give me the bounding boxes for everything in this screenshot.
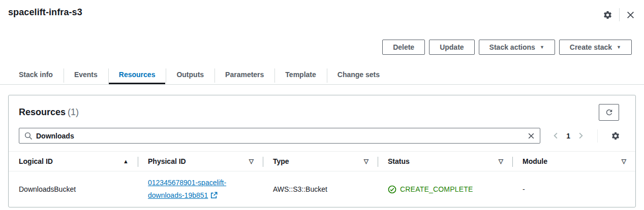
- panel-title: Resources: [19, 107, 66, 117]
- tab-template[interactable]: Template: [274, 66, 326, 84]
- filter-icon[interactable]: ▽: [249, 158, 254, 165]
- tab-resources[interactable]: Resources: [108, 66, 166, 84]
- refresh-button[interactable]: [599, 104, 619, 121]
- refresh-icon: [605, 108, 614, 117]
- tab-stack-info[interactable]: Stack info: [8, 66, 64, 84]
- resource-count: (1): [68, 107, 79, 117]
- caret-down-icon: ▼: [617, 45, 621, 50]
- update-button[interactable]: Update: [429, 40, 474, 55]
- tab-events[interactable]: Events: [64, 66, 108, 84]
- column-header-logical-id[interactable]: Logical ID ▲: [9, 152, 138, 171]
- window-header: spacelift-infra-s3: [0, 0, 644, 21]
- stack-actions-bar: Delete Update Stack actions▼ Create stac…: [0, 40, 632, 55]
- cell-module: -: [512, 171, 635, 207]
- chevron-right-icon[interactable]: [577, 132, 585, 139]
- external-link-icon: [210, 192, 218, 199]
- page-number[interactable]: 1: [565, 132, 571, 140]
- status-badge: CREATE_COMPLETE: [400, 185, 473, 193]
- stack-tabs: Stack info Events Resources Outputs Para…: [0, 66, 644, 85]
- settings-icon[interactable]: [603, 10, 612, 20]
- page-title: spacelift-infra-s3: [8, 7, 82, 18]
- search-icon: [24, 132, 33, 140]
- stack-actions-dropdown[interactable]: Stack actions▼: [479, 40, 555, 55]
- sort-ascending-icon[interactable]: ▲: [123, 158, 129, 164]
- table-header: Logical ID ▲ Physical ID ▽ Type ▽ Status…: [9, 151, 635, 171]
- tab-change-sets[interactable]: Change sets: [327, 66, 390, 84]
- pagination: 1: [552, 129, 620, 143]
- resources-panel-header: Resources (1): [9, 95, 635, 126]
- column-header-type[interactable]: Type ▽: [263, 152, 378, 171]
- resources-panel: Resources (1) 1: [8, 95, 636, 207]
- chevron-left-icon[interactable]: [552, 132, 560, 139]
- clear-search-icon[interactable]: [528, 132, 535, 139]
- header-divider: [619, 8, 620, 21]
- caret-down-icon: ▼: [540, 45, 544, 50]
- column-header-status[interactable]: Status ▽: [378, 152, 512, 171]
- create-stack-dropdown[interactable]: Create stack▼: [559, 40, 632, 55]
- filter-icon[interactable]: ▽: [622, 158, 626, 165]
- cell-status: CREATE_COMPLETE: [378, 171, 512, 207]
- search-box: [19, 128, 540, 144]
- delete-button[interactable]: Delete: [382, 40, 425, 55]
- filter-icon[interactable]: ▽: [499, 158, 503, 165]
- column-header-physical-id[interactable]: Physical ID ▽: [138, 152, 263, 171]
- close-icon[interactable]: [626, 11, 635, 19]
- filter-icon[interactable]: ▽: [364, 158, 369, 165]
- cell-logical-id: DownloadsBucket: [9, 171, 138, 207]
- tab-outputs[interactable]: Outputs: [166, 66, 214, 84]
- preferences-icon[interactable]: [611, 131, 620, 141]
- column-header-module[interactable]: Module ▽: [512, 152, 635, 171]
- pagination-divider: [597, 129, 598, 143]
- table-toolbar: 1: [9, 126, 635, 151]
- tab-parameters[interactable]: Parameters: [214, 66, 274, 84]
- success-check-icon: [388, 185, 396, 194]
- physical-id-link[interactable]: 012345678901-spacelift-downloads-19b851: [148, 177, 254, 202]
- cell-type: AWS::S3::Bucket: [263, 171, 378, 207]
- search-input[interactable]: [36, 132, 524, 140]
- table-row: DownloadsBucket 012345678901-spacelift-d…: [9, 171, 635, 207]
- cell-physical-id: 012345678901-spacelift-downloads-19b851: [138, 171, 263, 207]
